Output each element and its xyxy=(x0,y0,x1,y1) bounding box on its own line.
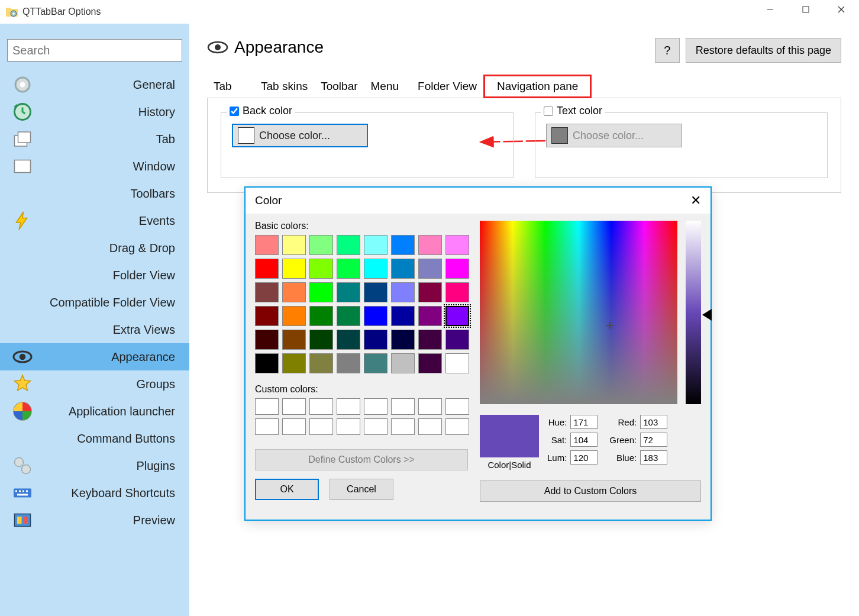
custom-color-swatch[interactable] xyxy=(282,398,306,415)
basic-color-swatch[interactable] xyxy=(255,259,279,279)
custom-color-swatch[interactable] xyxy=(418,398,442,415)
basic-color-swatch[interactable] xyxy=(418,282,442,302)
sidebar-item-applauncher[interactable]: Application launcher xyxy=(0,398,189,425)
basic-color-swatch[interactable] xyxy=(445,235,469,255)
tab-navigationpane[interactable]: Navigation pane xyxy=(483,75,592,98)
basic-color-swatch[interactable] xyxy=(309,282,333,302)
custom-color-swatch[interactable] xyxy=(445,418,469,435)
basic-color-swatch[interactable] xyxy=(309,235,333,255)
sat-input[interactable] xyxy=(570,433,598,447)
custom-color-swatch[interactable] xyxy=(445,398,469,415)
basic-color-swatch[interactable] xyxy=(337,353,360,373)
close-button[interactable] xyxy=(824,0,859,19)
basic-color-swatch[interactable] xyxy=(309,353,333,373)
basic-color-swatch[interactable] xyxy=(418,330,442,350)
lum-input[interactable] xyxy=(570,450,598,465)
custom-color-swatch[interactable] xyxy=(282,418,306,435)
help-button[interactable]: ? xyxy=(655,38,680,63)
sidebar-item-compatfolderview[interactable]: Compatible Folder View xyxy=(0,289,189,316)
hue-input[interactable] xyxy=(570,415,598,429)
green-input[interactable] xyxy=(640,433,667,447)
sidebar-item-groups[interactable]: Groups xyxy=(0,370,189,398)
basic-color-swatch[interactable] xyxy=(391,235,415,255)
sidebar-item-plugins[interactable]: Plugins xyxy=(0,452,189,479)
basic-color-swatch[interactable] xyxy=(418,353,442,373)
basic-color-swatch[interactable] xyxy=(391,282,415,302)
basic-color-swatch[interactable] xyxy=(282,259,306,279)
cancel-button[interactable]: Cancel xyxy=(330,479,393,500)
basic-color-swatch[interactable] xyxy=(391,353,415,373)
basic-color-swatch[interactable] xyxy=(282,282,306,302)
sidebar-item-toolbars[interactable]: Toolbars xyxy=(0,180,189,207)
basic-color-swatch[interactable] xyxy=(418,259,442,279)
sidebar-item-appearance[interactable]: Appearance xyxy=(0,343,189,370)
luminance-slider[interactable] xyxy=(686,221,701,404)
sidebar-item-history[interactable]: History xyxy=(0,98,189,125)
basic-color-swatch[interactable] xyxy=(364,353,387,373)
basic-color-swatch[interactable] xyxy=(445,353,469,373)
sidebar-item-preview[interactable]: Preview xyxy=(0,507,189,534)
blue-input[interactable] xyxy=(640,450,667,465)
basic-color-swatch[interactable] xyxy=(337,306,360,326)
custom-color-swatch[interactable] xyxy=(309,398,333,415)
basic-color-swatch[interactable] xyxy=(364,306,387,326)
sidebar-item-dragdrop[interactable]: Drag & Drop xyxy=(0,234,189,262)
tab-menu[interactable]: Menu xyxy=(364,75,406,98)
basic-color-swatch[interactable] xyxy=(337,259,360,279)
sidebar-item-general[interactable]: General xyxy=(0,71,189,98)
sidebar-item-tab[interactable]: Tab xyxy=(0,125,189,153)
sidebar-item-cmdbuttons[interactable]: Command Buttons xyxy=(0,425,189,452)
restore-defaults-button[interactable]: Restore defaults of this page xyxy=(686,38,841,63)
basic-color-swatch[interactable] xyxy=(309,330,333,350)
basic-color-swatch[interactable] xyxy=(445,282,469,302)
basic-color-swatch[interactable] xyxy=(337,235,360,255)
tab-tabskins[interactable]: Tab skins xyxy=(254,75,314,98)
sidebar-item-shortcuts[interactable]: Keyboard Shortcuts xyxy=(0,479,189,507)
tab-folderview[interactable]: Folder View xyxy=(411,75,483,98)
custom-color-swatch[interactable] xyxy=(255,398,279,415)
custom-color-swatch[interactable] xyxy=(337,418,360,435)
basic-color-swatch[interactable] xyxy=(255,282,279,302)
basic-color-swatch[interactable] xyxy=(445,259,469,279)
minimize-button[interactable] xyxy=(753,0,788,19)
tab-toolbar[interactable]: Toolbar xyxy=(314,75,364,98)
color-field[interactable] xyxy=(480,221,677,404)
choose-back-color-button[interactable]: Choose color... xyxy=(232,124,368,147)
sidebar-item-folderview[interactable]: Folder View xyxy=(0,262,189,289)
basic-color-swatch[interactable] xyxy=(282,306,306,326)
basic-color-swatch[interactable] xyxy=(255,235,279,255)
define-custom-colors-button[interactable]: Define Custom Colors >> xyxy=(255,449,468,470)
basic-color-swatch[interactable] xyxy=(255,353,279,373)
basic-color-swatch[interactable] xyxy=(364,259,387,279)
custom-color-swatch[interactable] xyxy=(337,398,360,415)
basic-color-swatch[interactable] xyxy=(337,330,360,350)
red-input[interactable] xyxy=(640,415,667,429)
basic-color-swatch[interactable] xyxy=(445,330,469,350)
search-input[interactable] xyxy=(7,39,182,62)
basic-color-swatch[interactable] xyxy=(418,306,442,326)
back-color-checkbox[interactable] xyxy=(230,107,239,116)
choose-text-color-button[interactable]: Choose color... xyxy=(546,124,682,147)
ok-button[interactable]: OK xyxy=(255,479,319,500)
basic-color-swatch[interactable] xyxy=(364,235,387,255)
text-color-checkbox[interactable] xyxy=(544,107,553,116)
custom-color-swatch[interactable] xyxy=(391,418,415,435)
sidebar-item-window[interactable]: Window xyxy=(0,153,189,180)
custom-color-swatch[interactable] xyxy=(255,418,279,435)
basic-color-swatch[interactable] xyxy=(364,330,387,350)
maximize-button[interactable] xyxy=(788,0,824,19)
color-dialog-close-button[interactable]: ✕ xyxy=(690,193,701,208)
basic-color-swatch[interactable] xyxy=(418,235,442,255)
tab-tab[interactable]: Tab xyxy=(207,75,254,98)
custom-color-swatch[interactable] xyxy=(418,418,442,435)
custom-color-swatch[interactable] xyxy=(391,398,415,415)
basic-color-swatch[interactable] xyxy=(255,330,279,350)
custom-color-swatch[interactable] xyxy=(364,418,387,435)
custom-color-swatch[interactable] xyxy=(364,398,387,415)
basic-color-swatch[interactable] xyxy=(282,235,306,255)
basic-color-swatch[interactable] xyxy=(309,259,333,279)
sidebar-item-events[interactable]: Events xyxy=(0,207,189,234)
custom-color-swatch[interactable] xyxy=(309,418,333,435)
basic-color-swatch[interactable] xyxy=(309,306,333,326)
basic-color-swatch[interactable] xyxy=(282,353,306,373)
